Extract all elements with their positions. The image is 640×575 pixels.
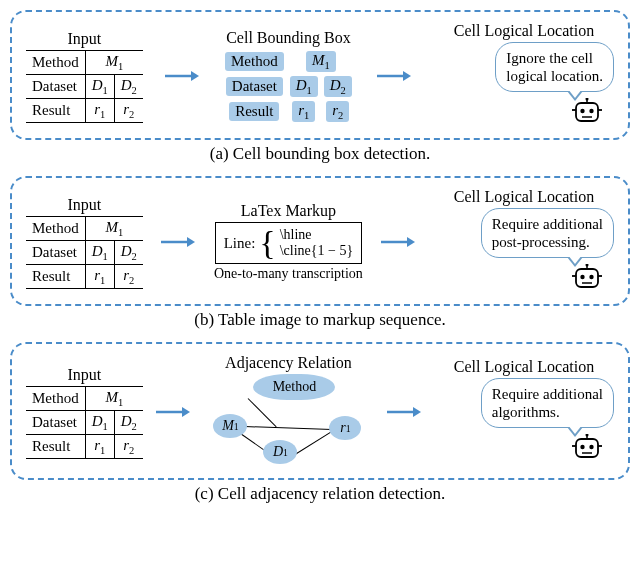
svg-point-20 [589,275,593,279]
panel-c: Input Method M1 Dataset D1 D2 Result r1 … [10,342,630,504]
table-row: Method M1 [222,49,355,74]
table-row: Result r1 r2 [222,99,355,124]
latex-box: Line: { \hline \cline{1 − 5} [215,222,362,264]
input-header-c: Input [68,366,102,384]
input-header-b: Input [68,196,102,214]
panel-b-frame: Input Method M1 Dataset D1 D2 Result r1 … [10,176,630,306]
svg-point-7 [580,109,584,113]
node-r1: r1 [329,416,361,440]
latex-column: LaTex Markup Line: { \hline \cline{1 − 5… [214,202,363,282]
hl-r1: r1 [292,101,315,122]
svg-rect-18 [576,269,598,287]
cell-r2: r2 [114,434,143,458]
table-row: Result r1 r2 [26,434,143,458]
caption-b: (b) Table image to markup sequence. [10,310,630,330]
location-header-b: Cell Logical Location [434,188,614,206]
brace-icon: { [259,228,275,258]
svg-point-17 [585,264,588,267]
panel-c-frame: Input Method M1 Dataset D1 D2 Result r1 … [10,342,630,480]
input-table-c: Method M1 Dataset D1 D2 Result r1 r2 [26,386,143,459]
cell-d1: D1 [85,410,114,434]
bubble-line: post-processing. [492,233,603,251]
latex-line-1: \hline [280,227,353,243]
caption-a: (a) Cell bounding box detection. [10,144,630,164]
input-column-b: Input Method M1 Dataset D1 D2 Result r1 … [26,196,143,289]
table-row: Dataset D1 D2 [26,410,143,434]
robot-icon [570,98,604,130]
latex-subtext: One-to-many transcription [214,266,363,282]
latex-line-2: \cline{1 − 5} [280,243,353,259]
table-row: Result r1 r2 [26,264,143,288]
svg-marker-3 [403,71,411,81]
arrow-icon [156,404,190,420]
node-method: Method [253,374,335,400]
cell-d2: D2 [114,240,143,264]
table-row: Method M1 [26,386,143,410]
robot-icon [570,264,604,296]
svg-point-32 [589,445,593,449]
cell-r1: r1 [85,434,114,458]
cell-method-label: Method [26,50,85,74]
arrow-icon [377,68,411,84]
hl-method: Method [225,52,284,71]
cell-r1: r1 [85,264,114,288]
graph-column: Adjacency Relation Method M1 D1 r1 [203,354,373,470]
input-table-a: Method M1 Dataset D1 D2 Result r1 r2 [26,50,143,123]
hl-m1: M1 [306,51,336,72]
cell-r2: r2 [114,264,143,288]
table-row: Method M1 [26,216,143,240]
cell-d2: D2 [114,74,143,98]
cell-dataset-label: Dataset [26,74,85,98]
svg-point-29 [585,434,588,437]
bubble-line: Require additional [492,385,603,403]
svg-point-8 [589,109,593,113]
cell-result-label: Result [26,264,85,288]
bubble-column-b: Cell Logical Location Require additional… [434,188,614,296]
bubble-column-c: Cell Logical Location Require additional… [434,358,614,466]
cell-method-value: M1 [85,386,143,410]
table-row: Dataset D1 D2 [26,240,143,264]
svg-marker-15 [407,237,415,247]
cell-method-value: M1 [85,216,143,240]
panel-a-frame: Input Method M1 Dataset D1 D2 Result r1 … [10,10,630,140]
svg-rect-30 [576,439,598,457]
bubble-line: algorithms. [492,403,603,421]
cell-d1: D1 [85,240,114,264]
svg-marker-25 [182,407,190,417]
edge-m1-r1 [245,426,339,430]
svg-point-5 [585,98,588,101]
bbox-table: Method M1 Dataset D1 D2 Result r1 r2 [222,49,355,124]
cell-result-label: Result [26,98,85,122]
location-header-c: Cell Logical Location [434,358,614,376]
cell-method-value: M1 [85,50,143,74]
location-header-a: Cell Logical Location [434,22,614,40]
bubble-line: Ignore the cell [506,49,603,67]
table-row: Dataset D1 D2 [222,74,355,99]
edge-method-m1 [248,398,277,427]
speech-bubble-a: Ignore the cell logical location. [495,42,614,92]
cell-dataset-label: Dataset [26,240,85,264]
cell-d1: D1 [85,74,114,98]
edge-d1-r1 [295,430,335,455]
robot-icon [570,434,604,466]
node-d1: D1 [263,440,297,464]
svg-marker-27 [413,407,421,417]
input-column-c: Input Method M1 Dataset D1 D2 Result r1 … [26,366,143,459]
caption-c: (c) Cell adjacency relation detection. [10,484,630,504]
input-header-a: Input [68,30,102,48]
arrow-icon [381,234,415,250]
input-table-b: Method M1 Dataset D1 D2 Result r1 r2 [26,216,143,289]
hl-r2: r2 [326,101,349,122]
bbox-header: Cell Bounding Box [226,29,350,47]
table-row: Dataset D1 D2 [26,74,143,98]
cell-result-label: Result [26,434,85,458]
line-label: Line: [224,235,256,252]
latex-lines: \hline \cline{1 − 5} [280,227,353,259]
table-row: Method M1 [26,50,143,74]
cell-method-label: Method [26,216,85,240]
hl-dataset: Dataset [226,77,283,96]
hl-d2: D2 [324,76,352,97]
arrow-icon [161,234,195,250]
table-row: Result r1 r2 [26,98,143,122]
bubble-line: logical location. [506,67,603,85]
